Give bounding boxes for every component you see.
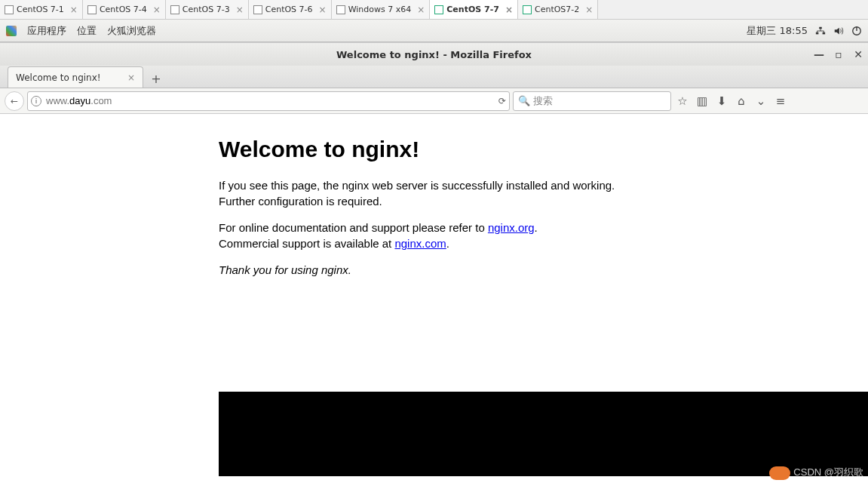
php-logo-icon — [769, 466, 790, 480]
close-icon[interactable]: × — [319, 5, 327, 15]
browser-tab[interactable]: Welcome to nginx! × — [8, 66, 143, 88]
site-info-icon[interactable]: i — [31, 96, 41, 106]
page-heading: Welcome to nginx! — [219, 137, 868, 162]
vm-tab[interactable]: Windows 7 x64× — [332, 0, 431, 19]
menu-applications[interactable]: 应用程序 — [27, 24, 66, 38]
close-button[interactable]: ✕ — [853, 49, 863, 60]
svg-rect-0 — [819, 26, 822, 29]
url-bar[interactable]: i www.dayu.com ⟳ — [27, 91, 510, 111]
vm-tab-label: CentOS7-2 — [535, 5, 579, 14]
vm-tab[interactable]: CentOS 7-1× — [0, 0, 83, 19]
pocket-icon[interactable]: ⌄ — [753, 93, 769, 109]
search-icon: 🔍 — [518, 95, 530, 106]
page-paragraph: If you see this page, the nginx web serv… — [219, 177, 868, 209]
home-icon[interactable]: ⌂ — [733, 93, 750, 109]
gnome-top-bar: 应用程序 位置 火狐浏览器 星期三 18:55 — [0, 20, 868, 42]
close-icon[interactable]: × — [505, 5, 513, 15]
vm-tab-label: CentOS 7-6 — [265, 5, 313, 14]
vm-tab-label: CentOS 7-7 — [446, 5, 499, 14]
menu-icon[interactable]: ≡ — [772, 93, 789, 109]
close-icon[interactable]: × — [585, 5, 593, 15]
close-icon[interactable]: × — [417, 5, 425, 15]
maximize-button[interactable]: ▫ — [833, 49, 844, 60]
search-placeholder: 搜索 — [533, 94, 553, 108]
bookmark-star-icon[interactable]: ☆ — [674, 93, 691, 109]
video-black-band — [219, 392, 868, 476]
vm-icon — [5, 5, 14, 14]
network-icon[interactable] — [815, 26, 826, 36]
vm-icon — [434, 5, 443, 14]
url-text: www.dayu.com — [46, 95, 494, 106]
vm-icon — [87, 5, 97, 14]
vm-tab-label: CentOS 7-4 — [100, 5, 147, 14]
menu-places[interactable]: 位置 — [77, 24, 97, 38]
close-icon[interactable]: × — [153, 5, 161, 15]
downloads-icon[interactable]: ⬇ — [713, 93, 730, 109]
back-button[interactable]: ← — [5, 91, 24, 111]
firefox-toolbar: ← i www.dayu.com ⟳ 🔍 搜索 ☆ ▥ ⬇ ⌂ ⌄ ≡ — [0, 88, 868, 114]
firefox-tab-bar: Welcome to nginx! × + — [0, 66, 868, 88]
search-bar[interactable]: 🔍 搜索 — [513, 91, 671, 111]
page-content: Welcome to nginx! If you see this page, … — [0, 114, 868, 476]
page-paragraph: For online documentation and support ple… — [219, 220, 868, 251]
new-tab-button[interactable]: + — [146, 69, 166, 88]
vm-tab[interactable]: CentOS 7-3× — [166, 0, 249, 19]
firefox-window: Welcome to nginx! - Mozilla Firefox — ▫ … — [0, 42, 868, 476]
vm-tab-active[interactable]: CentOS 7-7× — [430, 0, 518, 19]
vm-tab-label: CentOS 7-1 — [17, 5, 64, 14]
activities-icon[interactable] — [6, 26, 17, 36]
vm-icon — [253, 5, 262, 14]
vm-tab-label: Windows 7 x64 — [348, 5, 412, 14]
svg-rect-1 — [816, 32, 819, 34]
power-icon[interactable] — [851, 26, 862, 36]
library-icon[interactable]: ▥ — [694, 93, 710, 109]
tab-title: Welcome to nginx! — [16, 72, 101, 83]
watermark: CSDN @羽织歌 — [769, 466, 863, 480]
firefox-titlebar: Welcome to nginx! - Mozilla Firefox — ▫ … — [0, 43, 868, 66]
vm-tab-label: CentOS 7-3 — [182, 5, 230, 14]
minimize-button[interactable]: — — [814, 49, 824, 60]
close-icon[interactable]: × — [236, 5, 244, 15]
vm-tab[interactable]: CentOS7-2× — [518, 0, 598, 19]
vm-icon — [170, 5, 179, 14]
close-icon[interactable]: × — [127, 72, 135, 83]
window-title: Welcome to nginx! - Mozilla Firefox — [336, 49, 532, 60]
vm-tab-bar: CentOS 7-1× CentOS 7-4× CentOS 7-3× Cent… — [0, 0, 868, 20]
reload-icon[interactable]: ⟳ — [498, 96, 506, 106]
vm-tab[interactable]: CentOS 7-6× — [249, 0, 332, 19]
vm-icon — [523, 5, 532, 14]
link-nginx-com[interactable]: nginx.com — [394, 237, 446, 250]
menu-firefox[interactable]: 火狐浏览器 — [107, 24, 156, 38]
vm-tab[interactable]: CentOS 7-4× — [83, 0, 166, 19]
clock[interactable]: 星期三 18:55 — [747, 24, 808, 38]
svg-rect-2 — [823, 32, 826, 34]
close-icon[interactable]: × — [70, 5, 78, 15]
page-paragraph: Thank you for using nginx. — [219, 262, 868, 278]
volume-icon[interactable] — [833, 26, 844, 36]
vm-icon — [336, 5, 345, 14]
link-nginx-org[interactable]: nginx.org — [488, 221, 535, 234]
